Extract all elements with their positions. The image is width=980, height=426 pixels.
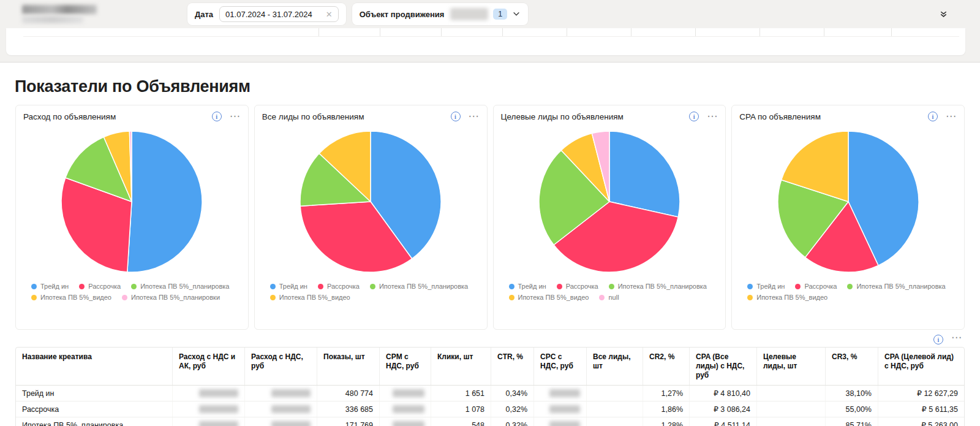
legend-dot: [270, 284, 276, 289]
column-header-6[interactable]: Клики, шт: [431, 348, 491, 385]
legend-item-Трейд ин[interactable]: Трейд ин: [31, 282, 69, 291]
legend-item-Рассрочка[interactable]: Рассрочка: [795, 282, 837, 291]
ellipsis-menu-icon[interactable]: ⋯: [230, 113, 241, 120]
column-header-8[interactable]: CPC с НДС, руб: [534, 348, 587, 385]
column-header-7[interactable]: CTR, %: [491, 348, 534, 385]
column-header-14[interactable]: CPA (Целевой лид) с НДС, руб: [878, 348, 964, 385]
chevron-down-icon[interactable]: [512, 10, 521, 18]
chart-title: Расход по объявлениям: [23, 112, 116, 121]
legend-dot: [847, 284, 853, 289]
scrolled-widget-panel: [6, 28, 965, 55]
legend-label: Трейд ин: [279, 282, 307, 291]
date-range-input[interactable]: 01.07.2024 - 31.07.2024 ✕: [219, 6, 339, 22]
column-tick: [318, 28, 319, 36]
info-icon[interactable]: i: [928, 112, 938, 121]
legend-item-Рассрочка[interactable]: Рассрочка: [557, 282, 598, 291]
legend-item-Ипотека ПВ 5%_планировка[interactable]: Ипотека ПВ 5%_планировка: [609, 282, 707, 291]
metric-cell: [245, 417, 317, 426]
column-tick: [380, 28, 380, 36]
info-icon[interactable]: i: [933, 335, 943, 344]
legend-item-Рассрочка[interactable]: Рассрочка: [318, 282, 360, 291]
promotion-object-filter: Объект продвижения 1: [352, 3, 529, 25]
legend-item-Ипотека ПВ 5%_планировка[interactable]: Ипотека ПВ 5%_планировка: [370, 282, 468, 291]
metric-cell: [173, 401, 245, 417]
chart-title: CPA по объявлениям: [739, 112, 821, 121]
legend-item-Трейд ин[interactable]: Трейд ин: [270, 282, 307, 291]
metric-cell: 1,28%: [643, 417, 690, 426]
redacted-value: [549, 389, 580, 397]
legend-item-Ипотека ПВ 5%_планировка[interactable]: Ипотека ПВ 5%_планировка: [131, 282, 229, 291]
pie-chart: [537, 129, 682, 275]
ellipsis-menu-icon[interactable]: ⋯: [946, 113, 957, 120]
legend-item-Ипотека ПВ 5%_планировка[interactable]: Ипотека ПВ 5%_планировка: [847, 282, 945, 291]
legend-label: Рассрочка: [88, 282, 121, 291]
pie-chart: [298, 129, 443, 275]
metric-cell: [380, 417, 431, 426]
info-icon[interactable]: i: [689, 112, 699, 121]
ellipsis-menu-icon[interactable]: ⋯: [951, 335, 962, 344]
chart-card-1: Расход по объявлениямi⋯Трейд инРассрочка…: [15, 105, 249, 330]
metric-cell: [587, 417, 643, 426]
column-header-12[interactable]: Целевые лиды, шт: [757, 348, 826, 385]
ads-table-widget: i ⋯ Название креативаРасход с НДС и АК, …: [15, 335, 965, 426]
column-header-4[interactable]: Показы, шт: [317, 348, 380, 385]
metric-cell: 1,27%: [643, 386, 690, 401]
metric-cell: 38,10%: [826, 386, 878, 401]
metric-cell: 0,32%: [491, 417, 534, 426]
column-header-11[interactable]: CPA (Все лиды) с НДС, руб: [690, 348, 757, 385]
info-icon[interactable]: i: [212, 112, 222, 121]
legend-dot: [122, 295, 127, 300]
chart-legend: Трейд инРассрочкаИпотека ПВ 5%_планировк…: [23, 282, 241, 302]
ellipsis-menu-icon[interactable]: ⋯: [469, 113, 480, 120]
ads-metrics-table: Название креативаРасход с НДС и АК, рубР…: [15, 347, 965, 426]
column-header-2[interactable]: Расход с НДС и АК, руб: [173, 348, 245, 385]
metric-cell: 480 774: [317, 386, 380, 401]
column-header-13[interactable]: CR3, %: [826, 348, 878, 385]
clear-date-icon[interactable]: ✕: [326, 10, 333, 18]
legend-item-Ипотека ПВ 5%_видео[interactable]: Ипотека ПВ 5%_видео: [270, 293, 350, 302]
column-header-3[interactable]: Расход с НДС, руб: [245, 348, 317, 385]
metric-cell: 1,86%: [643, 401, 690, 417]
legend-item-Ипотека ПВ 5%_видео[interactable]: Ипотека ПВ 5%_видео: [747, 293, 827, 302]
metric-cell: 55,00%: [826, 401, 878, 417]
legend-label: Ипотека ПВ 5%_планировка: [856, 282, 945, 291]
promotion-object-select[interactable]: 1: [450, 8, 521, 20]
logo-redacted-line: [22, 5, 97, 14]
top-filter-bar: Дата 01.07.2024 - 31.07.2024 ✕ Объект пр…: [0, 0, 980, 28]
column-tick: [695, 28, 696, 36]
legend-dot: [131, 284, 137, 289]
pie-slice-Трейд ин[interactable]: [127, 131, 202, 272]
metric-cell: 1 651: [431, 386, 491, 401]
legend-item-Рассрочка[interactable]: Рассрочка: [79, 282, 121, 291]
metric-cell: 1 078: [431, 401, 491, 417]
chart-legend: Трейд инРассрочкаИпотека ПВ 5%_планировк…: [262, 282, 480, 302]
metric-cell: [757, 386, 826, 401]
ellipsis-menu-icon[interactable]: ⋯: [707, 113, 718, 120]
column-tick: [824, 28, 824, 36]
pie-chart: [775, 129, 921, 275]
legend-item-Трейд ин[interactable]: Трейд ин: [509, 282, 546, 291]
chart-title: Все лиды по объявлениям: [262, 112, 364, 121]
collapse-double-chevron-icon[interactable]: [939, 9, 948, 21]
chart-card-3: Целевые лиды по объявлениямi⋯Трейд инРас…: [493, 105, 726, 330]
legend-item-Ипотека ПВ 5%_видео[interactable]: Ипотека ПВ 5%_видео: [31, 293, 111, 302]
column-header-9[interactable]: Все лиды, шт: [587, 348, 643, 385]
legend-item-null[interactable]: null: [599, 293, 619, 302]
legend-item-Ипотека ПВ 5%_планировки[interactable]: Ипотека ПВ 5%_планировки: [122, 293, 220, 302]
column-header-10[interactable]: CR2, %: [643, 348, 690, 385]
chart-card-4: CPA по объявлениямi⋯Трейд инРассрочкаИпо…: [731, 105, 965, 330]
chart-card-2: Все лиды по объявлениямi⋯Трейд инРассроч…: [254, 105, 488, 330]
info-icon[interactable]: i: [451, 112, 461, 121]
logo-redacted-line: [22, 16, 83, 23]
column-header-5[interactable]: CPM с НДС, руб: [380, 348, 431, 385]
legend-item-Трейд ин[interactable]: Трейд ин: [747, 282, 785, 291]
metric-cell: ₽ 5 263,00: [878, 417, 964, 426]
metric-cell: 0,34%: [491, 386, 534, 401]
redacted-value: [549, 421, 580, 426]
redacted-value: [393, 421, 424, 426]
metric-cell: [173, 386, 245, 401]
column-header-1[interactable]: Название креатива: [16, 348, 173, 385]
legend-item-Ипотека ПВ 5%_видео[interactable]: Ипотека ПВ 5%_видео: [509, 293, 589, 302]
date-range-value: 01.07.2024 - 31.07.2024: [225, 10, 312, 19]
table-header-row: Название креативаРасход с НДС и АК, рубР…: [16, 348, 964, 386]
